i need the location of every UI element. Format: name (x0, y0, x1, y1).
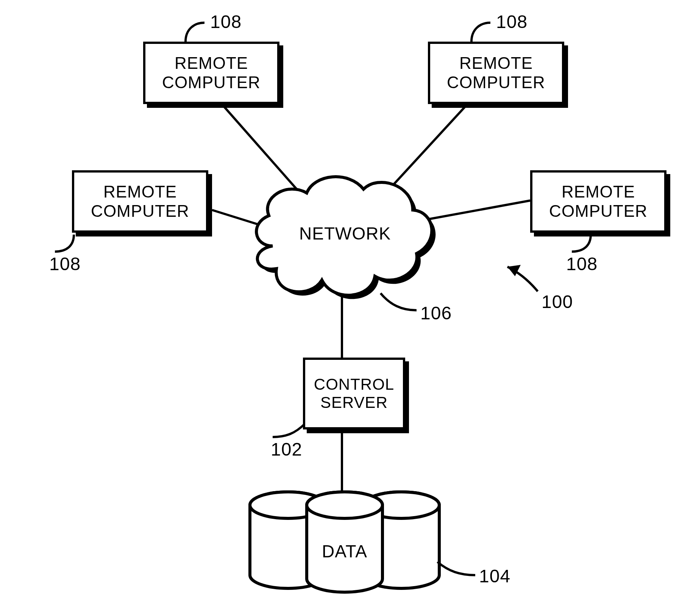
ref-108: 108 (496, 11, 527, 32)
remote-computer-label-line1: REMOTE (103, 182, 177, 201)
remote-computer-label-line1: REMOTE (459, 54, 533, 72)
control-server-box: CONTROL SERVER (303, 358, 405, 429)
ref-108: 108 (566, 254, 598, 274)
ref-102: 102 (271, 439, 302, 460)
ref-106: 106 (420, 303, 452, 324)
ref-108: 108 (210, 11, 242, 32)
svg-marker-9 (507, 265, 521, 276)
remote-computer-label-line1: REMOTE (562, 182, 635, 201)
remote-computer-box: REMOTE COMPUTER (428, 42, 564, 104)
svg-line-3 (381, 106, 466, 199)
ref-108: 108 (49, 254, 81, 274)
svg-point-8 (307, 492, 382, 518)
ref-100: 100 (542, 291, 573, 312)
control-server-label-line1: CONTROL (314, 375, 394, 393)
control-server-label-line2: SERVER (320, 394, 388, 411)
remote-computer-box: REMOTE COMPUTER (72, 170, 208, 233)
remote-computer-box: REMOTE COMPUTER (530, 170, 666, 233)
remote-computer-label-line2: COMPUTER (91, 202, 189, 220)
remote-computer-label-line2: COMPUTER (549, 202, 648, 220)
remote-computer-label-line1: REMOTE (175, 54, 248, 72)
svg-line-4 (212, 210, 273, 229)
svg-point-6 (250, 492, 326, 518)
svg-line-2 (223, 106, 307, 201)
ref-104: 104 (479, 566, 510, 586)
svg-line-5 (417, 201, 530, 221)
diagram-canvas: REMOTE COMPUTER REMOTE COMPUTER REMOTE C… (0, 0, 682, 616)
remote-computer-label-line2: COMPUTER (447, 73, 545, 92)
remote-computer-label-line2: COMPUTER (162, 73, 261, 92)
remote-computer-box: REMOTE COMPUTER (143, 42, 279, 104)
data-store-label: DATA (322, 541, 367, 562)
svg-point-7 (364, 492, 439, 518)
diagram-svg (0, 0, 682, 616)
network-label: NETWORK (299, 223, 391, 244)
